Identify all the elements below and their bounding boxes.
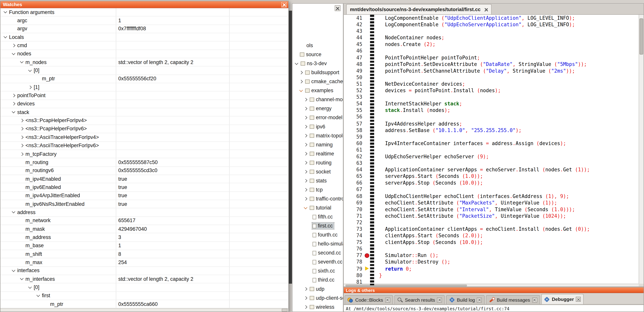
margin-marker[interactable] xyxy=(364,61,370,67)
watch-row-argc[interactable]: argc1 xyxy=(0,16,288,25)
margin-marker[interactable] xyxy=(364,239,370,246)
margin-marker[interactable] xyxy=(364,120,370,127)
code-line-50[interactable]: 50 xyxy=(344,74,638,81)
margin-marker[interactable] xyxy=(364,127,370,133)
margin-marker[interactable] xyxy=(364,81,370,87)
margin-marker[interactable] xyxy=(364,272,370,279)
code-area[interactable]: 41 LogComponentEnable ("UdpEchoClientApp… xyxy=(344,15,638,284)
line-number[interactable]: 57 xyxy=(344,120,364,127)
expand-icon[interactable] xyxy=(304,98,307,101)
tree-item-cmake-cache[interactable]: cmake_cache xyxy=(292,77,343,86)
tree-item-examples[interactable]: examples xyxy=(292,86,343,95)
code-line-78[interactable]: 78 Simulator::Destroy (); xyxy=(344,259,638,265)
tree-item-matrix-topology[interactable]: matrix-topology xyxy=(292,131,343,140)
code-line-73[interactable]: 73 ApplicationContainer clientApps = ech… xyxy=(344,226,638,232)
code-line-55[interactable]: 55 stack.Install (nodes); xyxy=(344,107,638,114)
line-number[interactable]: 71 xyxy=(344,213,364,219)
line-number[interactable]: 51 xyxy=(344,81,364,87)
collapse-icon[interactable] xyxy=(12,210,15,213)
scrollbar-button[interactable] xyxy=(282,309,288,312)
expand-icon[interactable] xyxy=(304,287,307,291)
tree-item-energy[interactable]: energy xyxy=(292,104,343,113)
tree-item-third-cc[interactable]: third.cc xyxy=(292,275,343,284)
collapse-icon[interactable] xyxy=(12,52,15,55)
code-line-63[interactable]: 63 xyxy=(344,160,638,166)
line-number[interactable]: 67 xyxy=(344,186,364,193)
tree-item-ipv6[interactable]: ipv6 xyxy=(292,122,343,131)
panel-scrollbar-divider[interactable] xyxy=(289,11,292,284)
line-number[interactable]: 56 xyxy=(344,114,364,120)
tree-item-hello-simulator-cc[interactable]: hello-simulator.cc xyxy=(292,239,343,248)
tree-item-channel-models[interactable]: channel-models xyxy=(292,95,343,104)
expand-icon[interactable] xyxy=(12,102,15,106)
watch-row-m-address[interactable]: m_address3 xyxy=(0,233,288,242)
line-number[interactable]: 53 xyxy=(344,94,364,100)
code-line-57[interactable]: 57 Ipv4AddressHelper address; xyxy=(344,120,638,127)
code-line-60[interactable]: 60 Ipv4InterfaceContainer interfaces = a… xyxy=(344,140,638,147)
watch-row-m-mask[interactable]: m_mask4294967040 xyxy=(0,225,288,233)
tab-close-button[interactable] xyxy=(477,298,482,303)
watch-row-m-routing[interactable]: m_routing0x555555587c50 xyxy=(0,158,288,167)
tree-item-traffic-control[interactable]: traffic-control xyxy=(292,194,343,203)
watch-row-m-nodes[interactable]: m_nodesstd::vector of length 2, capacity… xyxy=(0,58,288,67)
watch-row-m-ptr[interactable]: m_ptr0x5555555ca660 xyxy=(0,300,288,308)
log-tab-code-blocks[interactable]: Code::Blocks xyxy=(345,295,393,304)
watch-row-first[interactable]: first xyxy=(0,292,288,300)
watches-hscrollbar[interactable] xyxy=(0,308,288,312)
collapse-icon[interactable] xyxy=(295,61,298,65)
watch-row-interfaces[interactable]: interfaces xyxy=(0,267,288,275)
scrollbar-thumb[interactable] xyxy=(640,18,643,54)
code-line-74[interactable]: 74 clientApps.Start (Seconds (2.0)); xyxy=(344,232,638,239)
margin-marker[interactable] xyxy=(364,279,370,284)
code-line-62[interactable]: 62 UdpEchoServerHelper echoServer (9); xyxy=(344,153,638,160)
code-line-61[interactable]: 61 xyxy=(344,147,638,153)
line-number[interactable]: 48 xyxy=(344,61,364,67)
line-number[interactable]: 47 xyxy=(344,54,364,61)
margin-marker[interactable] xyxy=(364,54,370,61)
margin-marker[interactable] xyxy=(364,114,370,120)
expand-icon[interactable] xyxy=(20,144,24,147)
code-line-77[interactable]: 77 Simulator::Run (); xyxy=(344,252,638,259)
expand-icon[interactable] xyxy=(299,71,303,74)
collapse-icon[interactable] xyxy=(20,60,24,63)
watch-row-m-interfaces[interactable]: m_interfacesstd::vector of length 2, cap… xyxy=(0,275,288,284)
margin-marker[interactable] xyxy=(364,94,370,100)
line-number[interactable]: 52 xyxy=(344,87,364,94)
line-number[interactable]: 46 xyxy=(344,48,364,54)
margin-marker[interactable] xyxy=(364,153,370,160)
line-number[interactable]: 73 xyxy=(344,226,364,232)
code-line-43[interactable]: 43 xyxy=(344,28,638,34)
watch-row-m-shift[interactable]: m_shift8 xyxy=(0,250,288,259)
expand-icon[interactable] xyxy=(304,152,307,156)
code-line-71[interactable]: 71 echoClient.SetAttribute ("PacketSize"… xyxy=(344,213,638,219)
expand-icon[interactable] xyxy=(20,136,24,139)
code-line-75[interactable]: 75 clientApps.Stop (Seconds (10.0)); xyxy=(344,239,638,246)
code-line-44[interactable]: 44 NodeContainer nodes; xyxy=(344,34,638,41)
projects-close-button[interactable] xyxy=(335,5,340,11)
margin-marker[interactable] xyxy=(364,15,370,21)
collapse-icon[interactable] xyxy=(36,294,40,297)
margin-marker[interactable] xyxy=(364,140,370,147)
tree-item-socket[interactable]: socket xyxy=(292,167,343,176)
line-number[interactable]: 74 xyxy=(344,232,364,239)
watch-row-m-max[interactable]: m_max254 xyxy=(0,258,288,267)
code-line-54[interactable]: 54 InternetStackHelper stack; xyxy=(344,101,638,107)
watch-row-ns3-asciitracehelperforipv4[interactable]: <ns3::AsciiTraceHelperForIpv4> xyxy=(0,133,288,142)
code-line-58[interactable]: 58 address.SetBase ("10.1.1.0", "255.255… xyxy=(344,127,638,133)
margin-marker[interactable] xyxy=(364,226,370,232)
code-line-46[interactable]: 46 xyxy=(344,48,638,54)
tab-close-button[interactable] xyxy=(576,297,581,302)
watch-row-m-ptr[interactable]: m_ptr0x55555556cf20 xyxy=(0,75,288,83)
margin-marker[interactable] xyxy=(364,259,370,265)
margin-marker[interactable] xyxy=(364,265,370,272)
tree-item-second-cc[interactable]: second.cc xyxy=(292,248,343,257)
line-number[interactable]: 69 xyxy=(344,199,364,206)
watch-row-m-network[interactable]: m_network655617 xyxy=(0,217,288,225)
code-line-66[interactable]: 66 serverApps.Stop (Seconds (10.0)); xyxy=(344,180,638,186)
margin-marker[interactable] xyxy=(364,107,370,114)
watch-row-address[interactable]: address xyxy=(0,208,288,217)
line-number[interactable]: 77 xyxy=(344,252,364,259)
tree-item-tutorial[interactable]: tutorial xyxy=(292,203,343,212)
watch-row-0[interactable]: [0] xyxy=(0,66,288,75)
code-line-81[interactable]: 81 xyxy=(344,279,638,284)
